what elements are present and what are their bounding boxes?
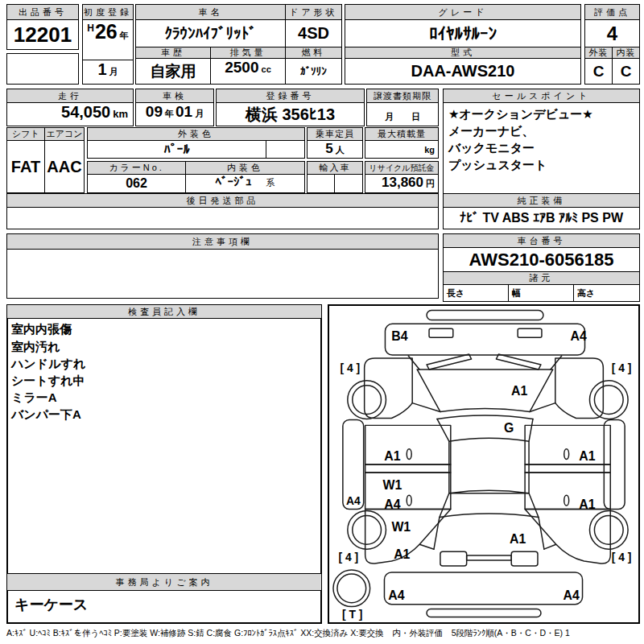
sales-point-line: プッシュスタート <box>444 156 639 173</box>
sales-point-line: メーカーナビ、 <box>444 122 639 139</box>
cowl-line <box>437 415 533 419</box>
damage-label-rear-door-left-bottom: A4 <box>384 497 400 511</box>
taillight-right-shape <box>511 551 538 566</box>
door-rear-left-shape <box>365 473 451 510</box>
later-parts-value <box>6 207 439 229</box>
recycle-deposit-label: リサイクル預託金 <box>365 161 439 175</box>
import-car-box-right <box>334 174 363 193</box>
door-shape-label: ドア形状 <box>285 4 342 20</box>
damage-label-front-panel-left: B4 <box>391 329 407 343</box>
aircon-label: エアコン <box>44 127 85 141</box>
damage-label-rocker-left: A4 <box>346 494 361 507</box>
taillight-left-shape <box>440 551 467 566</box>
shift-label: シフト <box>6 127 45 141</box>
first-registration-year: 26 <box>95 20 118 43</box>
grade-label: グレード <box>345 4 581 20</box>
score-value: 4 <box>584 19 640 47</box>
door-rear-right-shape <box>525 473 610 510</box>
interior-grade-value: C <box>612 58 640 85</box>
model-code-label: 型式 <box>345 47 581 59</box>
displacement-unit: cc <box>262 64 271 74</box>
import-car-label: 輸入車 <box>307 161 363 175</box>
registration-no-value: 横浜 356ﾋ13 <box>216 102 365 126</box>
transfer-deadline-day-unit: 日 <box>411 111 420 123</box>
chassis-no-label: 車台番号 <box>443 233 640 248</box>
damage-label-front-panel-right: A4 <box>570 329 586 343</box>
windshield-shape <box>417 369 553 412</box>
exterior-grade-value: C <box>584 58 613 85</box>
tire-grade-front-left: [ 4 ] <box>340 361 360 374</box>
mileage-value: 54,050 <box>61 103 110 122</box>
car-name-label: 車名 <box>135 4 286 20</box>
sales-points-label: セールスポイント <box>443 89 640 103</box>
max-load-unit: kg <box>424 145 435 155</box>
inspector-notes-content: 室内内張傷 室内汚れ ハンドルすれ シートすれ中 ミラーA バンパー下A <box>8 320 320 416</box>
wheel-rear-left <box>348 511 386 550</box>
damage-label-rear-door-left-top: W1 <box>382 478 402 492</box>
damage-label-front-door-right: A1 <box>579 449 595 463</box>
oem-equipment-value: ﾅﾋﾞ TV ABS ｴｱB ｱﾙﾐ PS PW <box>443 207 640 229</box>
rear-panel-shape <box>384 572 582 605</box>
inspection-year-unit: 年 <box>165 108 174 120</box>
inspector-note-line: 室内汚れ <box>8 338 320 355</box>
inspection-label: 車検 <box>135 89 214 103</box>
rear-glass-shape <box>440 493 539 518</box>
sales-point-line: バックモニター <box>444 139 639 156</box>
door-strip-left-shape <box>365 464 451 473</box>
rear-bumper-shape <box>427 609 541 617</box>
door-handle <box>564 449 569 460</box>
sales-points-box: ★オークションデビュー★ メーカーナビ、 バックモニター プッシュスタート <box>443 102 640 195</box>
door-handle <box>407 449 411 460</box>
wheel-front-right <box>589 381 628 419</box>
auction-no-value: 12201 <box>6 19 79 50</box>
mileage-label: 走行 <box>6 89 134 103</box>
dimension-length-label: 長さ <box>443 284 509 302</box>
interior-color-label: 内装色 <box>185 161 305 175</box>
fender-front-right-shape <box>555 358 604 418</box>
cautions-label: 注意事項欄 <box>6 233 439 250</box>
fuel-value: ｶﾞｿﾘﾝ <box>285 58 342 85</box>
first-registration-month: 1 <box>97 60 106 79</box>
car-history-value: 自家用 <box>135 58 211 85</box>
front-bumper-shape <box>427 310 543 320</box>
mileage-unit: km <box>113 108 128 120</box>
transfer-deadline-label: 譲渡書類期限 <box>366 89 439 103</box>
tire-grade-rear-left: [ 4 ] <box>338 551 358 564</box>
dimension-width-label: 幅 <box>508 284 574 302</box>
cautions-value <box>6 249 439 299</box>
exterior-color-value: ﾊﾟｰﾙ <box>87 140 266 159</box>
footer-legend: A:ｷｽﾞ U:ﾍｺﾐ B:ｷｽﾞを伴うﾍｺﾐ P:要塗装 W:補修跡 S:錆 … <box>6 628 640 642</box>
exterior-color-sub-box <box>266 140 305 159</box>
grade-value: ﾛｲﾔﾙｻﾙｰﾝ <box>345 19 581 47</box>
exterior-color-label: 外装色 <box>87 127 305 141</box>
front-panel-shape <box>385 324 584 355</box>
interior-grade-label: 内装 <box>612 47 640 59</box>
car-diagram-box: B4 A4 [ 4 ] [ 4 ] A1 G A1 A1 W1 A4 A1 A4… <box>328 304 640 624</box>
inspector-note-line: 室内内張傷 <box>8 320 320 338</box>
first-registration-era: H <box>87 23 94 34</box>
damage-label-rear-door-right: A1 <box>579 497 595 511</box>
auction-no-label: 出品番号 <box>6 4 79 20</box>
shift-value: FAT <box>6 140 45 193</box>
registration-no-label: 登録番号 <box>216 89 365 103</box>
car-diagram: B4 A4 [ 4 ] [ 4 ] A1 G A1 A1 W1 A4 A1 A4… <box>329 306 638 622</box>
damage-label-front-door-left: A1 <box>384 449 400 463</box>
damage-label-rear-panel-left: A4 <box>388 588 404 602</box>
recycle-deposit-unit: 円 <box>426 178 435 190</box>
office-info-value: キーケース <box>8 592 320 617</box>
damage-label-quarter-left-bottom: A1 <box>394 547 410 561</box>
tire-grade-front-right: [ 4 ] <box>612 361 632 374</box>
interior-color-value: ﾍﾞｰｼﾞｭ <box>216 175 252 188</box>
inspector-notes-label: 検査員記入欄 <box>6 304 322 319</box>
office-info-label: 事務局よりご案内 <box>6 573 322 591</box>
damage-label-glass: G <box>504 421 514 435</box>
fuel-label: 燃料 <box>285 47 342 59</box>
first-registration-month-unit: 月 <box>109 66 118 78</box>
wheel-rear-right <box>589 511 628 550</box>
color-no-label: カラーNo. <box>87 161 186 175</box>
dimensions-label: 諸元 <box>443 271 640 285</box>
inspection-year: 09 <box>146 103 163 121</box>
wiper-left-shape <box>427 354 472 369</box>
inspector-note-line: シートすれ中 <box>8 372 320 389</box>
inspector-note-line: ハンドルすれ <box>8 355 320 372</box>
